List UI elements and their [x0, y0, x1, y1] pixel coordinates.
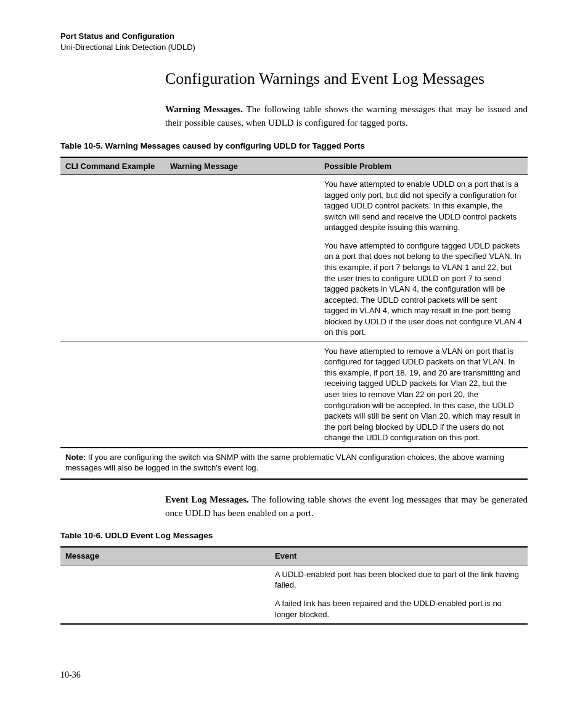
note-lead: Note:	[65, 453, 86, 462]
cell-cli	[60, 342, 165, 447]
cell-msg	[165, 342, 319, 447]
table1-note: Note: If you are configuring the switch …	[60, 448, 528, 480]
th-event: Event	[270, 547, 528, 565]
table-header-row: Message Event	[60, 547, 528, 565]
cell-message	[60, 594, 270, 624]
table1-caption: Table 10-5. Warning Messages caused by c…	[60, 141, 528, 150]
th-problem: Possible Problem	[319, 157, 528, 175]
page-title: Configuration Warnings and Event Log Mes…	[60, 70, 528, 88]
note-rest: If you are configuring the switch via SN…	[65, 453, 504, 473]
cell-message	[60, 565, 270, 594]
table-row: A failed link has been repaired and the …	[60, 594, 528, 624]
chapter-title: Port Status and Configuration	[60, 31, 528, 42]
cell-msg	[165, 237, 319, 342]
table-row: A UDLD-enabled port has been blocked due…	[60, 565, 528, 594]
section-title-small: Uni-Directional Link Detection (UDLD)	[60, 42, 528, 53]
intro-paragraph-1: Warning Messages. The following table sh…	[60, 103, 528, 130]
page: Port Status and Configuration Uni-Direct…	[0, 0, 588, 706]
th-warning: Warning Message	[165, 157, 319, 175]
cell-problem: You have attempted to configure tagged U…	[319, 237, 528, 342]
table-event-log: Message Event A UDLD-enabled port has be…	[60, 546, 528, 625]
table-header-row: CLI Command Example Warning Message Poss…	[60, 157, 528, 175]
cell-problem: You have attempted to enable UDLD on a p…	[319, 175, 528, 237]
table2-caption: Table 10-6. UDLD Event Log Messages	[60, 531, 528, 540]
cell-cli	[60, 175, 165, 237]
table-warning-messages: CLI Command Example Warning Message Poss…	[60, 157, 528, 448]
table-row: You have attempted to configure tagged U…	[60, 237, 528, 342]
para2-lead: Event Log Messages.	[165, 495, 249, 504]
cell-cli	[60, 237, 165, 342]
page-number: 10-36	[60, 670, 81, 680]
cell-event: A UDLD-enabled port has been blocked due…	[270, 565, 528, 594]
intro-paragraph-2: Event Log Messages. The following table …	[60, 493, 528, 520]
th-cli: CLI Command Example	[60, 157, 165, 175]
table-row: You have attempted to remove a VLAN on p…	[60, 342, 528, 447]
running-header: Port Status and Configuration Uni-Direct…	[60, 31, 528, 52]
table-row: You have attempted to enable UDLD on a p…	[60, 175, 528, 237]
th-message: Message	[60, 547, 270, 565]
cell-problem: You have attempted to remove a VLAN on p…	[319, 342, 528, 447]
para1-lead: Warning Messages.	[165, 104, 243, 114]
cell-event: A failed link has been repaired and the …	[270, 594, 528, 624]
cell-msg	[165, 175, 319, 237]
